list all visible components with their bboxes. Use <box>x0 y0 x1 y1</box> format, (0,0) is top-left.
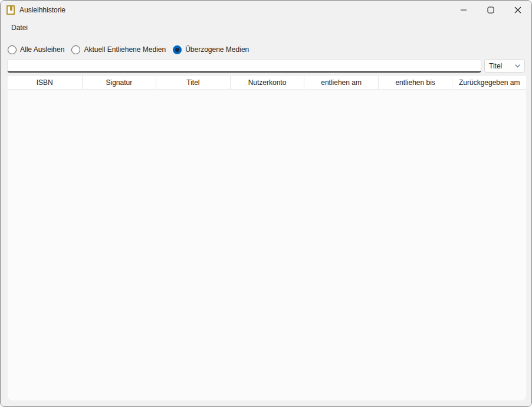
radio-ueberzogene-medien[interactable]: Überzogene Medien <box>173 45 249 54</box>
column-header-signatur[interactable]: Signatur <box>82 76 156 89</box>
radio-alle-ausleihen[interactable]: Alle Ausleihen <box>8 45 64 54</box>
menu-bar: Datei <box>4 22 35 35</box>
column-header-zurueckgegeben-am[interactable]: Zurückgegeben am <box>452 76 526 89</box>
app-window: Ausleihhistorie Datei Alle Ausleihen <box>0 0 532 407</box>
radio-label: Aktuell Entliehene Medien <box>84 45 166 54</box>
chevron-down-icon <box>515 64 520 68</box>
maximize-icon <box>487 6 494 14</box>
column-header-entliehen-bis[interactable]: entliehen bis <box>378 76 452 89</box>
search-field-dropdown[interactable]: Titel <box>484 59 525 73</box>
minimize-button[interactable] <box>450 1 477 19</box>
maximize-button[interactable] <box>477 1 504 19</box>
radio-label: Überzogene Medien <box>185 45 249 54</box>
menu-item-datei[interactable]: Datei <box>4 22 35 35</box>
column-header-entliehen-am[interactable]: entliehen am <box>304 76 378 89</box>
dropdown-selected-value: Titel <box>489 62 515 70</box>
radio-icon <box>173 45 182 54</box>
window-title: Ausleihhistorie <box>19 1 65 19</box>
filter-radio-group: Alle Ausleihen Aktuell Entliehene Medien… <box>8 44 256 55</box>
column-header-isbn[interactable]: ISBN <box>8 76 82 89</box>
radio-icon <box>71 45 80 54</box>
search-input[interactable] <box>7 59 481 73</box>
radio-label: Alle Ausleihen <box>20 45 64 54</box>
minimize-icon <box>460 6 467 14</box>
column-header-nutzerkonto[interactable]: Nutzerkonto <box>230 76 304 89</box>
table-header-row: ISBN Signatur Titel Nutzerkonto entliehe… <box>8 76 526 90</box>
close-button[interactable] <box>504 1 531 19</box>
radio-aktuell-entliehene-medien[interactable]: Aktuell Entliehene Medien <box>71 45 166 54</box>
title-bar[interactable]: Ausleihhistorie <box>1 1 531 19</box>
column-header-titel[interactable]: Titel <box>156 76 230 89</box>
close-icon <box>514 6 521 14</box>
radio-icon <box>8 45 17 54</box>
book-icon <box>6 5 15 15</box>
table-body <box>8 90 526 401</box>
